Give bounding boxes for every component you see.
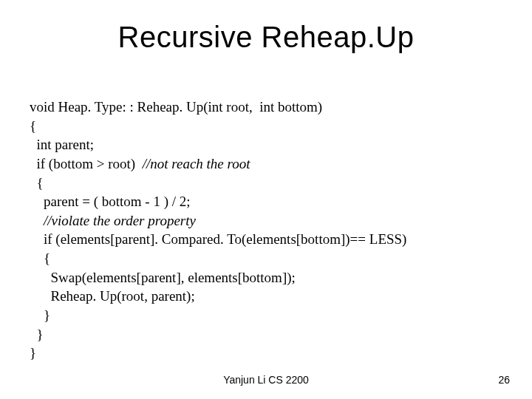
code-line: if (elements[parent]. Compared. To(eleme… (30, 231, 406, 247)
code-line: if (bottom > root) (30, 156, 143, 171)
code-line: { (30, 175, 44, 191)
code-line: void Heap. Type: : Reheap. Up(int root, … (30, 99, 322, 115)
code-line: { (30, 250, 50, 266)
code-comment: //violate the order property (30, 213, 196, 228)
slide-number: 26 (498, 374, 510, 386)
code-line: int parent; (30, 137, 94, 152)
code-line: Swap(elements[parent], elements[bottom])… (30, 270, 296, 285)
code-comment: //not reach the root (143, 156, 250, 171)
footer-author: Yanjun Li CS 2200 (0, 374, 532, 386)
code-line: parent = ( bottom - 1 ) / 2; (30, 194, 191, 209)
slide: Recursive Reheap.Up void Heap. Type: : R… (0, 0, 532, 399)
code-line: } (30, 307, 50, 323)
code-line: Reheap. Up(root, parent); (30, 288, 195, 304)
code-line: { (30, 118, 36, 134)
code-block: void Heap. Type: : Reheap. Up(int root, … (30, 98, 502, 363)
code-line: } (30, 327, 44, 342)
code-line: } (30, 345, 36, 361)
slide-title: Recursive Reheap.Up (0, 21, 532, 54)
